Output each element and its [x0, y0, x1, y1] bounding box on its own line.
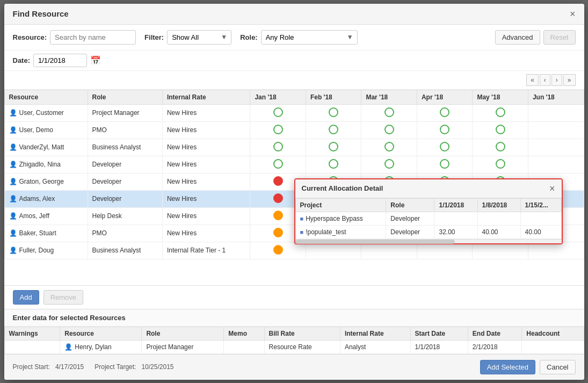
col-role: Role [88, 90, 162, 104]
add-selected-button[interactable]: Add Selected [480, 360, 535, 374]
cell-resource: 👤Adams, Alex [4, 190, 88, 207]
cell-resource: 👤Baker, Stuart [4, 225, 88, 242]
cell-project: ■Hyperspace Bypass [295, 212, 386, 225]
bcol-role: Role [142, 327, 224, 340]
alloc-col-date3: 1/15/2... [520, 198, 561, 212]
resource-filter-group: Resource: [13, 30, 136, 45]
availability-indicator [329, 142, 338, 151]
cell-v1: 32.00 [434, 225, 477, 239]
filter-bar: Resource: Filter: Show All Active Inacti… [4, 25, 584, 50]
table-row[interactable]: 👤Fuller, Doug Business Analyst Internal … [4, 242, 584, 259]
date-bar: Date: 📅 [4, 50, 584, 71]
cell-resource: 👤VanderZyl, Matt [4, 139, 88, 156]
calendar-icon[interactable]: 📅 [90, 55, 101, 66]
bcol-bill-rate: Bill Rate [264, 327, 340, 340]
prev-page-button[interactable]: ‹ [540, 74, 550, 86]
filter-label: Filter: [144, 33, 164, 41]
project-start-value: 4/17/2015 [55, 363, 84, 371]
cell-month-6 [528, 156, 584, 173]
advanced-button[interactable]: Advanced [495, 30, 540, 45]
cell-internal-rate: New Hires [162, 207, 250, 225]
table-row[interactable]: 👤Zhigadlo, Nina Developer New Hires [4, 156, 584, 173]
availability-indicator [440, 142, 449, 151]
availability-indicator [384, 107, 394, 117]
availability-indicator [496, 142, 505, 151]
cell-month-1 [250, 156, 306, 173]
next-page-button[interactable]: › [551, 74, 562, 86]
cell-month-3 [361, 242, 417, 259]
availability-indicator [496, 125, 505, 134]
cell-month-2 [306, 139, 361, 156]
role-select-wrapper: Any Role Developer PMO Business Analyst … [261, 30, 358, 45]
bcol-memo: Memo [224, 327, 264, 340]
search-input[interactable] [50, 30, 136, 45]
nav-bar: « ‹ › » [4, 71, 584, 90]
cell-month-5 [473, 242, 528, 259]
availability-indicator [273, 245, 283, 255]
table-row[interactable]: 👤User, Demo PMO New Hires [4, 121, 584, 139]
cell-v2: 40.00 [477, 225, 520, 239]
cell-internal-rate: New Hires [162, 121, 250, 139]
cell-v3 [520, 212, 561, 225]
availability-indicator [496, 107, 505, 117]
cell-bill-rate: Resource Rate [264, 340, 340, 353]
date-input[interactable] [33, 54, 87, 67]
allocation-popup: Current Allocation Detail × Project Role… [294, 178, 563, 244]
col-internal-rate: Internal Rate [162, 90, 250, 104]
first-page-button[interactable]: « [526, 74, 539, 86]
modal-close-button[interactable]: × [570, 9, 576, 19]
cell-resource: 👤User, Customer [4, 104, 88, 121]
cell-month-5 [473, 139, 528, 156]
col-resource: Resource [4, 90, 88, 104]
person-icon: 👤 [9, 229, 17, 237]
project-target-info: Project Target: 10/25/2015 [95, 363, 173, 371]
cell-headcount [522, 340, 584, 353]
alloc-col-project: Project [295, 198, 386, 212]
cell-month-4 [417, 156, 473, 173]
filter-select[interactable]: Show All Active Inactive [167, 30, 231, 45]
table-row[interactable]: 👤User, Customer Project Manager New Hire… [4, 104, 584, 121]
bottom-table-wrapper[interactable]: Warnings Resource Role Memo Bill Rate In… [4, 327, 584, 354]
cell-internal-rate: New Hires [162, 104, 250, 121]
cell-project: ■!populate_test [295, 225, 386, 239]
cell-resource: 👤User, Demo [4, 121, 88, 139]
person-icon: 👤 [9, 109, 17, 117]
table-row[interactable]: 👤Henry, Dylan Project Manager Resource R… [4, 340, 584, 353]
top-action-buttons: Advanced Reset [495, 30, 576, 45]
cell-role: Project Manager [88, 104, 162, 121]
person-icon: 👤 [9, 247, 17, 254]
allocation-table-wrapper: Project Role 1/1/2018 1/8/2018 1/15/2...… [295, 198, 562, 239]
cell-month-3 [361, 104, 417, 121]
cell-role: Developer [386, 212, 434, 225]
col-apr: Apr '18 [417, 90, 473, 104]
person-icon: 👤 [9, 212, 17, 220]
table-row[interactable]: ■Hyperspace Bypass Developer [295, 212, 561, 225]
action-bar: Add Remove [4, 285, 584, 309]
cell-warnings [4, 340, 60, 353]
cell-resource: 👤Fuller, Doug [4, 242, 88, 259]
add-button[interactable]: Add [13, 290, 39, 305]
availability-indicator [384, 159, 394, 169]
cell-month-2 [306, 121, 361, 139]
last-page-button[interactable]: » [563, 74, 576, 86]
popup-scrollbar-thumb [295, 240, 455, 244]
table-row[interactable]: ■!populate_test Developer 32.00 40.00 40… [295, 225, 561, 239]
popup-scrollbar[interactable] [295, 239, 562, 243]
role-select[interactable]: Any Role Developer PMO Business Analyst … [261, 30, 358, 45]
role-label: Role: [240, 33, 258, 41]
person-icon: 👤 [9, 161, 17, 168]
bcol-resource: Resource [60, 327, 142, 340]
availability-indicator [329, 159, 338, 169]
reset-button[interactable]: Reset [543, 30, 576, 45]
cancel-button[interactable]: Cancel [540, 360, 575, 374]
bcol-internal-rate: Internal Rate [340, 327, 410, 340]
allocation-popup-close[interactable]: × [549, 184, 555, 193]
col-mar: Mar '18 [361, 90, 417, 104]
table-row[interactable]: 👤VanderZyl, Matt Business Analyst New Hi… [4, 139, 584, 156]
filter-filter-group: Filter: Show All Active Inactive ▼ [144, 30, 231, 45]
col-may: May '18 [473, 90, 528, 104]
cell-role: Developer [88, 173, 162, 190]
availability-indicator [440, 159, 449, 169]
remove-button[interactable]: Remove [43, 290, 83, 305]
person-icon: 👤 [9, 178, 17, 185]
